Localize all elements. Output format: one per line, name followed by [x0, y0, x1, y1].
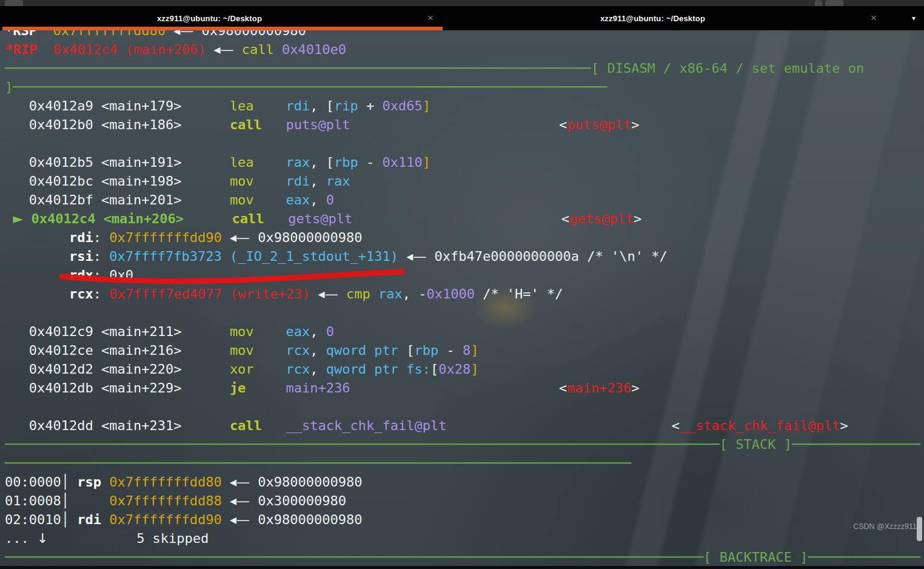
terminal-line: ]───────────────────────────────────────… — [5, 78, 924, 96]
terminal-line: ────────────────────────────────────────… — [5, 435, 924, 454]
terminal-line: rdx: 0x0 — [5, 266, 924, 284]
terminal-line: 0x4012a9 <main+179> lea rdi, [rip + 0xd6… — [5, 96, 924, 115]
terminal-line: ... ↓ 5 skipped — [5, 529, 924, 548]
window-decoration — [5, 0, 23, 6]
tab-close-icon[interactable]: × — [424, 12, 437, 25]
terminal-line: 0x4012c9 <main+211> mov eax, 0 — [5, 322, 924, 341]
terminal-line: rdi: 0x7fffffffdd90 ◂— 0x98000000980 — [5, 228, 924, 247]
bottom-bar — [0, 566, 924, 569]
terminal-line: 0x4012bc <main+198> mov rdi, rax — [5, 172, 924, 190]
terminal-line: 02:0010│ rdi 0x7fffffffdd90 ◂— 0x9800000… — [5, 510, 924, 529]
terminal-line: 00:0000│ rsp 0x7fffffffdd80 ◂— 0x9800000… — [5, 473, 924, 491]
terminal-line — [5, 134, 924, 153]
window-top-strip — [0, 0, 924, 6]
terminal-line: ► 0x4012c4 <main+206> call gets@plt <get… — [5, 209, 924, 228]
terminal-line: 0x4012bf <main+201> mov eax, 0 — [5, 190, 924, 209]
chevron-down-icon[interactable]: ▾ — [912, 14, 916, 22]
terminal-line: *RSP 0x7fffffffdd80 ◂— 0x98000000980 — [5, 30, 924, 40]
terminal-line: 0x4012b5 <main+191> lea rax, [rbp - 0x11… — [5, 153, 924, 172]
terminal-line: *RIP 0x4012c4 (main+206) ◂— call 0x4010e… — [5, 40, 924, 59]
terminal-line: ────────────────────────────────────────… — [5, 59, 924, 78]
scrollbar-thumb[interactable] — [917, 517, 922, 541]
terminal-screen[interactable]: *RSP 0x7fffffffdd80 ◂— 0x98000000980*RIP… — [0, 30, 924, 569]
tab-title: xzz911@ubuntu: ~/Desktop — [443, 6, 862, 30]
window-decoration — [825, 0, 843, 6]
terminal-output: *RSP 0x7fffffffdd80 ◂— 0x98000000980*RIP… — [0, 30, 924, 567]
terminal-line: 01:0008│ 0x7fffffffdd88 ◂— 0x300000980 — [5, 491, 924, 510]
terminal-line: ────────────────────────────────────────… — [5, 454, 924, 473]
terminal-line: 0x4012db <main+229> je main+236 <main+23… — [5, 379, 924, 397]
tab-close-icon[interactable]: × — [867, 12, 880, 25]
tab-bar-extra: ▾ — [886, 6, 924, 30]
terminal-line: rcx: 0x7ffff7ed4077 (write+23) ◂— cmp ra… — [5, 284, 924, 303]
terminal-line — [5, 397, 924, 416]
terminal-line: 0x4012d2 <main+220> xor rcx, qword ptr f… — [5, 360, 924, 379]
watermark: CSDN @Xzzzz911 — [853, 522, 917, 531]
terminal-line — [5, 303, 924, 322]
terminal-line: 0x4012dd <main+231> call __stack_chk_fai… — [5, 416, 924, 435]
window-decoration — [815, 0, 822, 6]
terminal-line: rsi: 0x7ffff7fb3723 (_IO_2_1_stdout_+131… — [5, 247, 924, 266]
active-tab-indicator — [2, 27, 443, 30]
terminal-line: 0x4012ce <main+216> mov rcx, qword ptr [… — [5, 341, 924, 360]
screen: xzz911@ubuntu: ~/Desktop × xzz911@ubuntu… — [0, 0, 924, 569]
terminal-line: ────────────────────────────────────────… — [5, 548, 924, 567]
terminal-line: 0x4012b0 <main+186> call puts@plt <puts@… — [5, 115, 924, 134]
tab-desktop-2[interactable]: xzz911@ubuntu: ~/Desktop × — [443, 6, 886, 30]
